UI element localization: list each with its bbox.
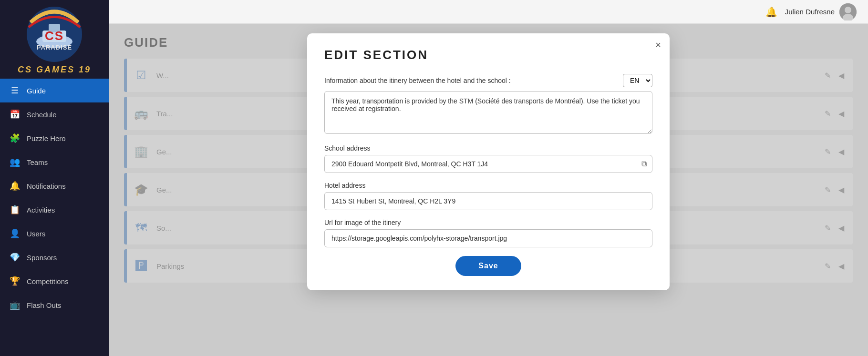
sidebar-item-teams[interactable]: 👥 Teams: [0, 150, 109, 174]
activities-icon: 📋: [10, 204, 20, 215]
avatar-svg: [839, 3, 857, 20]
sidebar-label-activities: Activities: [27, 206, 55, 214]
modal-close-button[interactable]: ×: [655, 40, 661, 50]
sidebar-label-notifications: Notifications: [27, 182, 66, 190]
svg-text:CS: CS: [45, 29, 64, 43]
guide-icon: ☰: [10, 85, 20, 96]
logo-svg: CS PARADISE: [21, 6, 88, 68]
school-address-input-wrap: ⧉: [324, 155, 652, 173]
modal-title: EDIT SECTION: [324, 48, 652, 62]
sidebar-label-users: Users: [27, 230, 45, 238]
sidebar-item-puzzle-hero[interactable]: 🧩 Puzzle Hero: [0, 126, 109, 150]
school-address-group: School address ⧉: [324, 144, 652, 173]
competitions-icon: 🏆: [10, 276, 20, 286]
schedule-icon: 📅: [10, 109, 20, 120]
sidebar-label-schedule: Schedule: [27, 111, 57, 119]
sidebar-label-competitions: Competitions: [27, 277, 69, 285]
url-input[interactable]: [324, 229, 652, 247]
sidebar-nav: ☰ Guide 📅 Schedule 🧩 Puzzle Hero 👥 Teams…: [0, 79, 109, 356]
hotel-address-label: Hotel address: [324, 182, 652, 189]
sidebar-label-teams: Teams: [27, 158, 48, 166]
url-label: Url for image of the itinery: [324, 219, 652, 226]
svg-text:PARADISE: PARADISE: [37, 44, 72, 51]
svg-point-7: [845, 7, 851, 13]
user-info: Julien Dufresne: [785, 3, 857, 20]
copy-icon: ⧉: [641, 160, 647, 168]
sidebar: CS PARADISE CS GAMES 19 ☰ Guide 📅 Schedu…: [0, 0, 109, 356]
sidebar-label-sponsors: Sponsors: [27, 254, 57, 262]
description-label: Information about the itinery between th…: [324, 77, 511, 84]
language-select[interactable]: EN FR: [623, 74, 652, 87]
edit-section-modal: × EDIT SECTION Information about the iti…: [307, 33, 670, 290]
school-address-label: School address: [324, 144, 652, 152]
description-field-row: Information about the itinery between th…: [324, 74, 652, 87]
modal-overlay: × EDIT SECTION Information about the iti…: [109, 24, 868, 356]
sidebar-item-guide[interactable]: ☰ Guide: [0, 79, 109, 102]
user-name: Julien Dufresne: [785, 8, 835, 16]
main-area: 🔔 Julien Dufresne GUIDE ☑ W... ✎ ◀: [109, 0, 868, 356]
notifications-icon: 🔔: [10, 181, 20, 191]
bell-icon[interactable]: 🔔: [765, 6, 777, 18]
sidebar-item-flash-outs[interactable]: 📺 Flash Outs: [0, 293, 109, 317]
puzzle-hero-icon: 🧩: [10, 133, 20, 143]
sidebar-item-notifications[interactable]: 🔔 Notifications: [0, 174, 109, 198]
sidebar-item-activities[interactable]: 📋 Activities: [0, 198, 109, 222]
brand-label: CS GAMES 19: [18, 65, 91, 75]
description-textarea[interactable]: This year, transportation is provided by…: [324, 91, 652, 134]
url-group: Url for image of the itinery: [324, 219, 652, 247]
sponsors-icon: 💎: [10, 252, 20, 263]
sidebar-item-schedule[interactable]: 📅 Schedule: [0, 102, 109, 126]
sidebar-label-flash-outs: Flash Outs: [27, 301, 62, 309]
content-area: GUIDE ☑ W... ✎ ◀ 🚌 Tra... ✎ ◀ 🏢: [109, 24, 868, 356]
hotel-address-group: Hotel address: [324, 182, 652, 210]
sidebar-item-users[interactable]: 👤 Users: [0, 222, 109, 245]
save-button[interactable]: Save: [455, 256, 521, 276]
sidebar-item-competitions[interactable]: 🏆 Competitions: [0, 269, 109, 293]
sidebar-item-sponsors[interactable]: 💎 Sponsors: [0, 245, 109, 269]
teams-icon: 👥: [10, 157, 20, 167]
hotel-address-input[interactable]: [324, 192, 652, 210]
flash-outs-icon: 📺: [10, 300, 20, 310]
description-group: This year, transportation is provided by…: [324, 91, 652, 136]
sidebar-label-puzzle-hero: Puzzle Hero: [27, 134, 66, 142]
school-address-input[interactable]: [324, 155, 652, 173]
topbar: 🔔 Julien Dufresne: [109, 0, 868, 24]
sidebar-label-guide: Guide: [27, 87, 46, 95]
logo-area: CS PARADISE CS GAMES 19: [0, 0, 109, 79]
users-icon: 👤: [10, 228, 20, 239]
avatar: [839, 3, 857, 20]
